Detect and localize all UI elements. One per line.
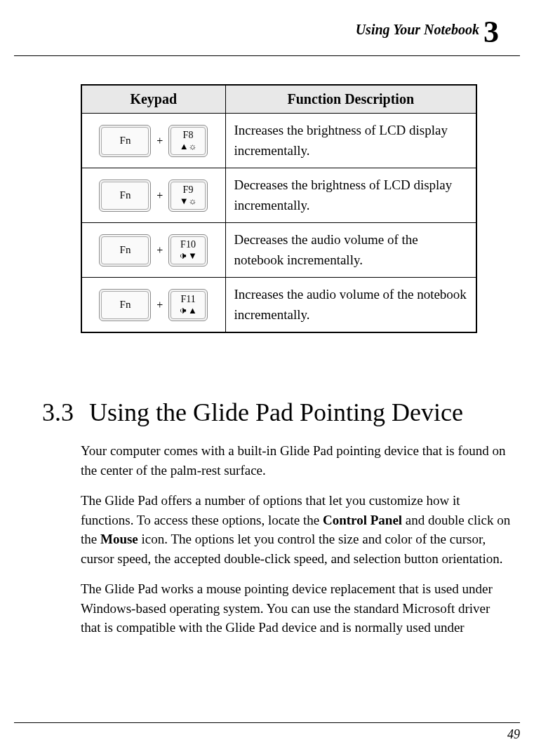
fn-key-icon: Fn — [99, 125, 151, 157]
plus-icon: + — [156, 133, 163, 149]
page-number: 49 — [507, 727, 520, 741]
section-heading: 3.3 Using the Glide Pad Pointing Device — [42, 398, 513, 427]
f8-key-icon: F8▲☼ — [168, 125, 208, 157]
header-title: Using Your Notebook — [356, 22, 479, 37]
f10-key-icon: F10🕩▼ — [168, 234, 208, 266]
volume-down-icon: 🕩▼ — [179, 251, 197, 260]
volume-up-icon: 🕩▲ — [179, 306, 197, 315]
f9-key-icon: F9▼☼ — [168, 180, 208, 212]
paragraph: The Glide Pad works a mouse pointing dev… — [81, 579, 513, 637]
keypad-cell: Fn + F11🕩▲ — [81, 278, 225, 333]
chapter-number: 3 — [483, 15, 499, 49]
section-number: 3.3 — [42, 398, 83, 427]
paragraph: The Glide Pad offers a number of options… — [81, 491, 513, 568]
desc-cell: Increases the brightness of LCD display … — [225, 114, 476, 168]
brightness-down-icon: ▼☼ — [180, 196, 197, 205]
plus-icon: + — [156, 297, 163, 313]
bold-text: Mouse — [100, 532, 138, 546]
fn-key-icon: Fn — [99, 289, 151, 321]
body-text: Your computer comes with a built-in Glid… — [42, 441, 513, 637]
page-footer: 49 — [14, 722, 520, 742]
col-header-desc: Function Description — [225, 85, 476, 114]
keypad-cell: Fn + F10🕩▼ — [81, 223, 225, 278]
desc-cell: Decreases the brightness of LCD display … — [225, 168, 476, 223]
function-keys-table: Keypad Function Description Fn + F8▲☼ In… — [81, 84, 477, 333]
plus-icon: + — [156, 242, 163, 259]
f11-key-icon: F11🕩▲ — [168, 289, 208, 321]
bold-text: Control Panel — [323, 513, 402, 527]
brightness-up-icon: ▲☼ — [180, 142, 197, 151]
keypad-cell: Fn + F9▼☼ — [81, 168, 225, 223]
desc-cell: Increases the audio volume of the notebo… — [225, 278, 476, 333]
page-header: Using Your Notebook 3 — [14, 0, 520, 56]
table-row: Fn + F11🕩▲ Increases the audio volume of… — [81, 278, 476, 333]
table-row: Fn + F8▲☼ Increases the brightness of LC… — [81, 114, 476, 168]
table-row: Fn + F10🕩▼ Decreases the audio volume of… — [81, 223, 476, 278]
section-content: 3.3 Using the Glide Pad Pointing Device … — [0, 368, 534, 663]
keypad-cell: Fn + F8▲☼ — [81, 114, 225, 168]
fn-key-icon: Fn — [99, 180, 151, 212]
col-header-keypad: Keypad — [81, 85, 225, 114]
fn-key-icon: Fn — [99, 234, 151, 266]
section-title: Using the Glide Pad Pointing Device — [89, 398, 463, 426]
paragraph: Your computer comes with a built-in Glid… — [81, 441, 513, 480]
table-row: Fn + F9▼☼ Decreases the brightness of LC… — [81, 168, 476, 223]
plus-icon: + — [156, 187, 163, 204]
table-section: Keypad Function Description Fn + F8▲☼ In… — [0, 56, 534, 368]
desc-cell: Decreases the audio volume of the notebo… — [225, 223, 476, 278]
